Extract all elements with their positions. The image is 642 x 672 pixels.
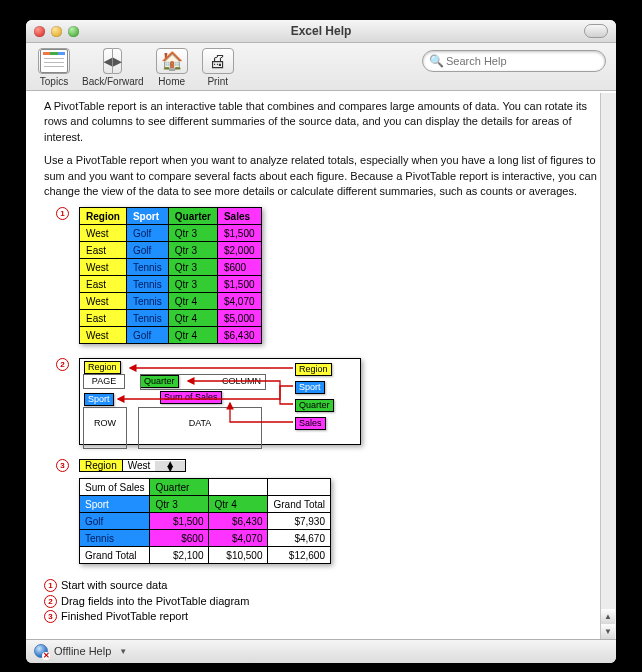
forward-button[interactable]: ▶	[112, 48, 122, 74]
traffic-lights	[26, 26, 79, 37]
intro-paragraph-1: A PivotTable report is an interactive ta…	[44, 99, 598, 145]
close-icon[interactable]	[34, 26, 45, 37]
status-mode: Offline Help	[54, 645, 111, 657]
search-field[interactable]	[444, 54, 599, 68]
chevron-left-icon: ◀	[104, 55, 112, 68]
window-title: Excel Help	[26, 24, 616, 38]
diagram-arrows	[80, 359, 360, 444]
callout-2-icon: 2	[56, 358, 69, 371]
scroll-down-button[interactable]: ▼	[601, 624, 615, 639]
figure-source-data: 1 Region Sport Quarter Sales WestGolfQtr…	[56, 207, 598, 344]
callout-1-icon: 1	[56, 207, 69, 220]
source-data-table: Region Sport Quarter Sales WestGolfQtr 3…	[79, 207, 262, 344]
home-button[interactable]: 🏠 Home	[154, 48, 190, 87]
status-dropdown[interactable]: ▼	[119, 647, 127, 656]
callout-3-icon: 3	[56, 459, 69, 472]
pivot-result-table: Sum of SalesQuarter SportQtr 3Qtr 4Grand…	[79, 478, 331, 564]
back-forward-buttons: ◀ ▶ Back/Forward	[82, 48, 144, 87]
stepper-icon: ▲▼	[155, 461, 185, 471]
scroll-up-button[interactable]: ▲	[601, 609, 615, 624]
offline-icon	[34, 644, 48, 658]
search-input[interactable]: 🔍	[422, 50, 606, 72]
printer-icon: 🖨	[209, 52, 227, 70]
content-area: A PivotTable report is an interactive ta…	[26, 91, 616, 639]
pivot-layout-diagram: Region PAGE Quarter COLUMN Sport Sum of …	[79, 358, 361, 445]
help-window: Excel Help Topics ◀ ▶ Back/Forward 🏠 Hom…	[26, 20, 616, 663]
figure-pivot-result: 3 Region West ▲▼ Sum of SalesQuarter Spo…	[56, 459, 598, 564]
zoom-icon[interactable]	[68, 26, 79, 37]
print-button[interactable]: 🖨 Print	[200, 48, 236, 87]
minimize-icon[interactable]	[51, 26, 62, 37]
chevron-right-icon: ▶	[113, 55, 121, 68]
vertical-scrollbar[interactable]: ▲ ▼	[600, 93, 616, 639]
topics-button[interactable]: Topics	[36, 48, 72, 87]
topics-icon	[40, 49, 68, 73]
home-icon: 🏠	[161, 52, 183, 70]
legend-3: Finished PivotTable report	[61, 610, 188, 622]
legend-2: Drag fields into the PivotTable diagram	[61, 595, 249, 607]
titlebar: Excel Help	[26, 20, 616, 43]
figure-pivot-diagram: 2 Region PAGE Quarter COLUMN Sport Sum o…	[56, 358, 598, 445]
toolbar-toggle-button[interactable]	[584, 24, 608, 38]
back-button[interactable]: ◀	[103, 48, 112, 74]
region-filter[interactable]: Region West ▲▼	[79, 459, 186, 472]
search-icon: 🔍	[429, 55, 444, 67]
intro-paragraph-2: Use a PivotTable report when you want to…	[44, 153, 598, 199]
status-bar: Offline Help ▼	[26, 639, 616, 663]
callout-legend: 1Start with source data 2Drag fields int…	[44, 578, 598, 624]
toolbar: Topics ◀ ▶ Back/Forward 🏠 Home 🖨 Print 🔍	[26, 43, 616, 91]
legend-1: Start with source data	[61, 579, 167, 591]
